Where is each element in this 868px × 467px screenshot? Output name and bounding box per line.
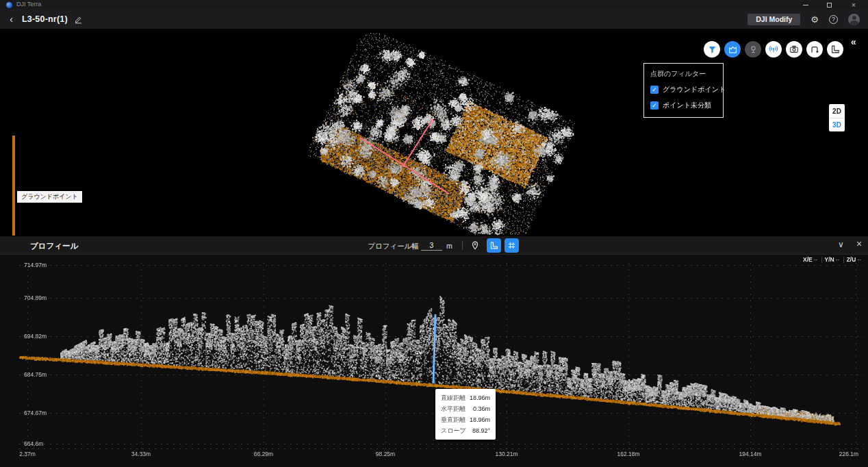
toggle-3d-button[interactable]: 3D xyxy=(829,118,845,131)
window-minimize-button[interactable] xyxy=(795,0,816,10)
checkbox-checked-icon[interactable]: ✓ xyxy=(650,101,659,110)
survey-marker-button[interactable] xyxy=(745,41,761,58)
point-cloud-filter-popup: 点群のフィルター ✓ グラウンドポイント ✓ ポイント未分類 xyxy=(643,63,724,118)
toolbar-collapse-icon[interactable]: « xyxy=(851,36,856,47)
view-toolbar xyxy=(704,41,843,58)
window-close-button[interactable]: × xyxy=(843,0,864,10)
measurement-tooltip: 直線距離18.96m 水平距離0.36m 垂直距離18.96m スロープ88.9… xyxy=(435,389,496,440)
filter-option-unclassified-points[interactable]: ✓ ポイント未分類 xyxy=(650,101,717,110)
window-maximize-button[interactable] xyxy=(819,0,839,10)
antenna-signal-icon xyxy=(769,45,778,54)
project-title: L3-50-nr(1) xyxy=(22,14,68,24)
dji-modify-button[interactable]: DJI Modify xyxy=(748,14,800,25)
measure-button[interactable] xyxy=(827,41,843,58)
settings-gear-icon[interactable]: ⚙ xyxy=(810,15,819,24)
ruler-square-icon xyxy=(830,45,840,54)
histogram-icon xyxy=(728,45,737,54)
profile-section-line xyxy=(0,29,868,236)
tooltip-label: 直線距離 xyxy=(441,392,465,403)
app-header: ‹ L3-50-nr(1) DJI Modify ⚙ ? xyxy=(0,10,868,29)
help-icon[interactable]: ? xyxy=(829,15,838,24)
route-button[interactable] xyxy=(806,41,823,58)
user-avatar[interactable] xyxy=(848,14,860,25)
filter-option-ground-points[interactable]: ✓ グラウンドポイント xyxy=(650,85,717,94)
tooltip-value: 88.92° xyxy=(472,425,490,436)
2d-3d-toggle: 2D 3D xyxy=(829,104,845,131)
filter-option-label: ポイント未分類 xyxy=(663,101,711,110)
profile-histogram-button[interactable] xyxy=(724,41,741,58)
tooltip-label: スロープ xyxy=(441,425,466,436)
profile-panel: プロフィール プロフィール幅 m ∨ × X/E--|Y/N--|Z/U xyxy=(0,236,868,467)
tooltip-label: 垂直距離 xyxy=(441,414,465,425)
edit-project-name-button[interactable] xyxy=(74,15,83,24)
window-title: DJI Terra xyxy=(16,1,41,8)
tooltip-value: 18.96m xyxy=(470,392,490,403)
toggle-2d-button[interactable]: 2D xyxy=(829,104,845,118)
checkbox-checked-icon[interactable]: ✓ xyxy=(650,86,659,94)
legend-color-bar xyxy=(12,136,15,236)
tooltip-value: 18.96m xyxy=(470,414,490,425)
filter-popup-title: 点群のフィルター xyxy=(650,69,717,79)
tooltip-value: 0.36m xyxy=(473,403,490,414)
legend-label: グラウンドポイント xyxy=(17,191,82,203)
survey-marker-icon xyxy=(749,45,758,54)
dji-terra-window: DJI Terra × ‹ L3-50-nr(1) DJI Modify ⚙ ? xyxy=(0,0,868,467)
point-filter-button[interactable] xyxy=(704,41,720,58)
route-path-icon xyxy=(810,45,819,54)
filter-option-label: グラウンドポイント xyxy=(663,85,726,94)
pencil-icon xyxy=(74,15,83,24)
camera-capture-button[interactable] xyxy=(786,41,802,58)
back-button[interactable]: ‹ xyxy=(10,14,13,24)
rtk-signal-button[interactable] xyxy=(765,41,782,58)
titlebar: DJI Terra × xyxy=(0,0,868,10)
vertical-measure-line xyxy=(0,236,868,467)
tooltip-label: 水平距離 xyxy=(441,403,465,414)
point-cloud-viewport[interactable]: « 点群のフィルター ✓ グラウンドポイント ✓ ポイント未分類 2D 3D グ… xyxy=(0,29,868,236)
filter-funnel-icon xyxy=(708,45,717,54)
camera-icon xyxy=(789,45,799,54)
dji-logo-icon xyxy=(6,2,12,8)
